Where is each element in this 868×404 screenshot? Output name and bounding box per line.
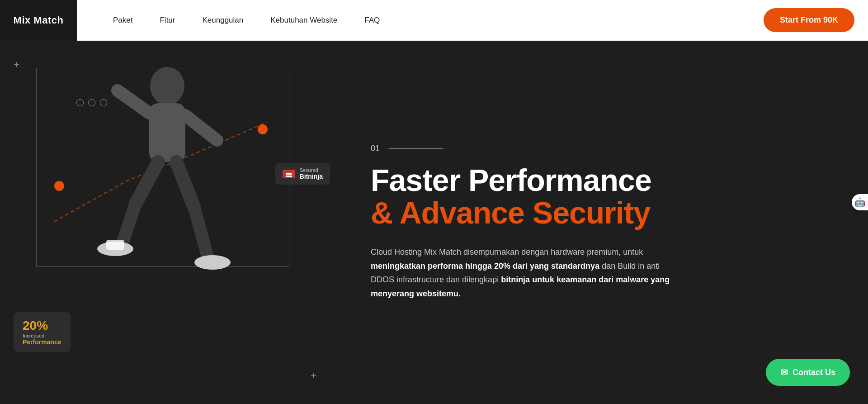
plus-decoration-tl: +: [14, 59, 19, 71]
svg-line-4: [136, 162, 158, 204]
contact-us-button[interactable]: ✉ Contact Us: [766, 359, 850, 386]
nav-faq[interactable]: FAQ: [364, 16, 380, 25]
hero-title-white: Faster Performance: [371, 164, 832, 196]
svg-point-9: [194, 255, 231, 270]
performance-badge: 20% Increased Performance: [14, 312, 71, 352]
nav-kebutuhan[interactable]: Kebutuhan Website: [270, 16, 337, 25]
hero-visual: + +: [0, 41, 344, 404]
svg-point-0: [150, 67, 184, 105]
svg-rect-10: [106, 240, 124, 250]
contact-us-label: Contact Us: [793, 368, 835, 377]
bitninja-badge: Secured Bitninja: [275, 163, 330, 185]
navbar-cta-area: Start From 90K: [764, 8, 854, 32]
chat-icon: 🤖: [854, 197, 866, 208]
whatsapp-icon: ✉: [780, 367, 788, 378]
brand-logo[interactable]: Mix Match: [0, 0, 77, 41]
svg-line-5: [122, 204, 136, 244]
hero-number-row: 01: [371, 144, 832, 153]
svg-line-6: [176, 162, 194, 208]
bitninja-text: Secured Bitninja: [300, 167, 323, 180]
hero-line-divider: [389, 148, 443, 149]
brand-name: Mix Match: [14, 14, 64, 26]
nav-fitur[interactable]: Fitur: [160, 16, 175, 25]
navbar: Mix Match Paket Fitur Keunggulan Kebutuh…: [0, 0, 868, 41]
hero-section-number: 01: [371, 144, 380, 153]
hero-desc-normal-intro: Cloud Hosting Mix Match disempurnakan de…: [371, 247, 643, 257]
hero-section: + +: [0, 41, 868, 404]
svg-line-3: [185, 115, 217, 140]
start-cta-button[interactable]: Start From 90K: [764, 8, 854, 32]
hero-desc-bold-1: meningkatkan performa hingga 20% dari ya…: [371, 261, 599, 271]
perf-percent: 20%: [23, 318, 61, 333]
nav-paket[interactable]: Paket: [113, 16, 132, 25]
nav-keunggulan[interactable]: Keunggulan: [202, 16, 243, 25]
hero-title-orange: & Advance Security: [371, 197, 832, 229]
svg-line-7: [194, 208, 208, 258]
bitninja-name: Bitninja: [300, 173, 323, 180]
chat-widget[interactable]: 🤖: [852, 194, 868, 210]
hero-description: Cloud Hosting Mix Match disempurnakan de…: [371, 245, 678, 300]
svg-line-2: [118, 90, 149, 113]
perf-performance-label: Performance: [23, 338, 61, 346]
perf-increased-label: Increased: [23, 333, 61, 338]
bitninja-secured-label: Secured: [300, 167, 323, 173]
hero-content: 01 Faster Performance & Advance Security…: [344, 41, 868, 404]
bitninja-icon: [283, 170, 295, 178]
runner-image: [45, 50, 271, 321]
plus-decoration-br: +: [311, 370, 316, 381]
nav-links: Paket Fitur Keunggulan Kebutuhan Website…: [77, 16, 764, 25]
